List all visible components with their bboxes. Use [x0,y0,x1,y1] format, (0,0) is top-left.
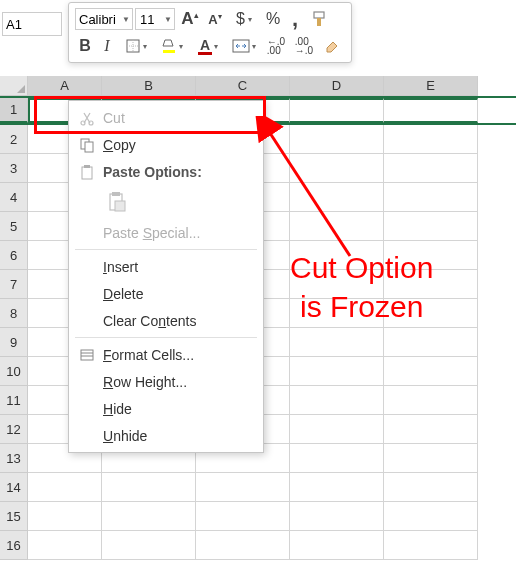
menu-item-insert[interactable]: Insert [71,253,261,280]
cell[interactable] [290,241,384,270]
row-header[interactable]: 5 [0,212,28,241]
cell[interactable] [290,154,384,183]
row-header[interactable]: 13 [0,444,28,473]
menu-item-copy[interactable]: Copy [71,131,261,158]
column-header-d[interactable]: D [290,76,384,96]
cell[interactable] [196,502,290,531]
cell[interactable] [384,183,478,212]
cell[interactable] [290,502,384,531]
cell[interactable] [196,473,290,502]
name-box[interactable]: A1 [2,12,62,36]
format-painter-button[interactable] [307,7,333,31]
cell[interactable] [384,415,478,444]
cell[interactable] [384,357,478,386]
svg-point-8 [89,121,93,125]
column-header-b[interactable]: B [102,76,196,96]
cell[interactable] [384,473,478,502]
cell[interactable] [102,502,196,531]
cell[interactable] [384,444,478,473]
cell[interactable] [102,473,196,502]
svg-rect-1 [317,18,321,26]
row-header[interactable]: 8 [0,299,28,328]
shrink-font-button[interactable]: A▾ [205,7,225,31]
cell[interactable] [384,125,478,154]
cell[interactable] [384,502,478,531]
font-name-select[interactable]: Calibri ▼ [75,8,133,30]
font-size-select[interactable]: 11 ▼ [135,8,175,30]
row-header[interactable]: 7 [0,270,28,299]
merge-center-button[interactable]: ▾ [227,34,261,58]
menu-label: Delete [103,286,143,302]
fill-color-button[interactable]: ▾ [155,34,189,58]
merge-icon [232,39,250,53]
row-header[interactable]: 2 [0,125,28,154]
row-header[interactable]: 11 [0,386,28,415]
currency-button[interactable]: $ ▾ [227,7,261,31]
menu-item-row-height[interactable]: Row Height... [71,368,261,395]
cell[interactable] [290,415,384,444]
menu-item-delete[interactable]: Delete [71,280,261,307]
cell[interactable] [196,531,290,560]
comma-style-button[interactable]: , [285,7,305,31]
row-header[interactable]: 4 [0,183,28,212]
cell[interactable] [290,270,384,299]
cell[interactable] [290,531,384,560]
cell[interactable] [290,473,384,502]
italic-button[interactable]: I [97,34,117,58]
cell[interactable] [28,502,102,531]
bold-button[interactable]: B [75,34,95,58]
comma-icon: , [292,15,298,23]
cell[interactable] [290,183,384,212]
increase-decimal-button[interactable]: ←.0.00 [263,34,289,58]
menu-item-hide[interactable]: Hide [71,395,261,422]
percent-button[interactable]: % [263,7,283,31]
cell[interactable] [384,212,478,241]
row-header[interactable]: 12 [0,415,28,444]
cell[interactable] [384,98,478,123]
column-header-c[interactable]: C [196,76,290,96]
border-button[interactable]: ▾ [119,34,153,58]
menu-item-unhide[interactable]: Unhide [71,422,261,449]
row-header-1[interactable]: 1 [0,98,28,123]
mini-toolbar: Calibri ▼ 11 ▼ A▴ A▾ $ ▾ % , [68,2,352,63]
cell[interactable] [102,531,196,560]
row-header[interactable]: 9 [0,328,28,357]
cell[interactable] [290,98,384,123]
svg-rect-14 [112,192,120,196]
dollar-icon: $ [236,10,245,28]
font-color-button[interactable]: A ▾ [191,34,225,58]
row-header[interactable]: 6 [0,241,28,270]
row-header[interactable]: 14 [0,473,28,502]
row-header[interactable]: 16 [0,531,28,560]
cell[interactable] [290,125,384,154]
cell[interactable] [384,386,478,415]
menu-item-clear-contents[interactable]: Clear Contents [71,307,261,334]
cell[interactable] [384,531,478,560]
copy-icon [75,135,99,155]
cell[interactable] [290,328,384,357]
cell[interactable] [384,241,478,270]
row-header[interactable]: 10 [0,357,28,386]
select-all-corner[interactable] [0,76,28,96]
eraser-icon [323,37,341,55]
row-header[interactable]: 3 [0,154,28,183]
cell[interactable] [384,328,478,357]
cell[interactable] [290,212,384,241]
cell[interactable] [290,386,384,415]
row-header[interactable]: 15 [0,502,28,531]
cell[interactable] [384,299,478,328]
cell[interactable] [290,444,384,473]
clear-formatting-button[interactable] [319,34,345,58]
cell[interactable] [28,473,102,502]
cell[interactable] [384,270,478,299]
column-header-a[interactable]: A [28,76,102,96]
decrease-decimal-button[interactable]: .00→.0 [291,34,317,58]
grow-font-button[interactable]: A▴ [177,7,203,31]
menu-item-format-cells[interactable]: Format Cells... [71,341,261,368]
cell[interactable] [290,357,384,386]
cell[interactable] [28,531,102,560]
cell[interactable] [384,154,478,183]
menu-label: Hide [103,401,132,417]
column-header-e[interactable]: E [384,76,478,96]
cell[interactable] [290,299,384,328]
